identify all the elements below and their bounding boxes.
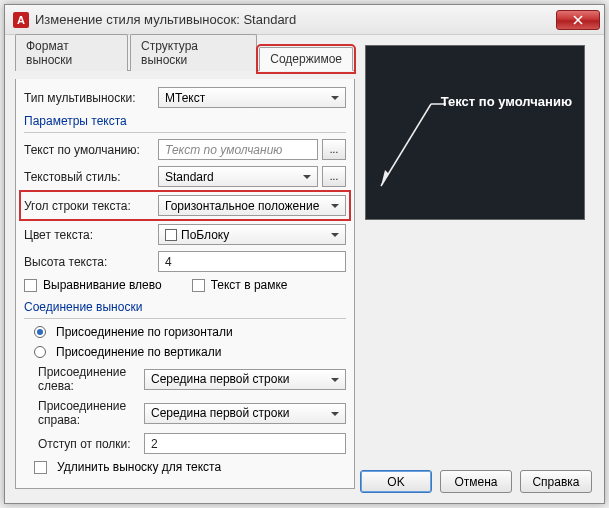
group-text-params: Параметры текста [24,114,346,128]
checkbox-icon [24,279,37,292]
help-button[interactable]: Справка [520,470,592,493]
landing-gap-label: Отступ от полки: [24,437,140,451]
extend-leader-checkbox[interactable]: Удлинить выноску для текста [57,460,221,474]
checkbox-icon [34,461,47,474]
default-text-input[interactable]: Текст по умолчанию [158,139,318,160]
frame-text-checkbox[interactable]: Текст в рамке [192,278,288,292]
text-height-label: Высота текста: [24,255,154,269]
tab-leader-structure[interactable]: Структура выноски [130,34,257,71]
app-icon: А [13,12,29,28]
text-color-label: Цвет текста: [24,228,154,242]
leader-preview-icon [366,46,586,221]
text-style-browse-button[interactable]: ... [322,166,346,187]
text-angle-select[interactable]: Горизонтальное положение [158,195,346,216]
close-button[interactable] [556,10,600,30]
dialog-footer: OK Отмена Справка [360,470,592,493]
attach-horizontal-radio[interactable] [34,326,46,338]
default-text-label: Текст по умолчанию: [24,143,154,157]
tabs: Формат выноски Структура выноски Содержи… [15,45,355,71]
tab-content[interactable]: Содержимое [259,47,353,71]
window-title: Изменение стиля мультивыносок: Standard [35,12,556,27]
attach-left-label: Присоединение слева: [24,365,140,393]
tab-panel-content: Тип мультивыноски: МТекст Параметры текс… [15,79,355,489]
attach-right-label: Присоединение справа: [24,399,140,427]
ok-button[interactable]: OK [360,470,432,493]
tab-leader-format[interactable]: Формат выноски [15,34,128,71]
text-style-select[interactable]: Standard [158,166,318,187]
color-swatch-icon [165,229,177,241]
checkbox-icon [192,279,205,292]
landing-gap-input[interactable]: 2 [144,433,346,454]
text-angle-label: Угол строки текста: [24,199,154,213]
group-leader-attach: Соединение выноски [24,300,346,314]
dialog-window: А Изменение стиля мультивыносок: Standar… [4,4,605,504]
close-icon [573,15,583,25]
default-text-browse-button[interactable]: ... [322,139,346,160]
attach-left-select[interactable]: Середина первой строки [144,369,346,390]
preview-pane: Текст по умолчанию [365,45,585,220]
multileader-type-select[interactable]: МТекст [158,87,346,108]
text-style-label: Текстовый стиль: [24,170,154,184]
preview-text: Текст по умолчанию [441,94,572,109]
multileader-type-label: Тип мультивыноски: [24,91,154,105]
attach-vertical-radio[interactable] [34,346,46,358]
cancel-button[interactable]: Отмена [440,470,512,493]
attach-right-select[interactable]: Середина первой строки [144,403,346,424]
align-left-checkbox[interactable]: Выравнивание влево [24,278,162,292]
svg-marker-4 [381,170,389,186]
text-color-select[interactable]: ПоБлоку [158,224,346,245]
titlebar: А Изменение стиля мультивыносок: Standar… [5,5,604,35]
text-height-input[interactable]: 4 [158,251,346,272]
